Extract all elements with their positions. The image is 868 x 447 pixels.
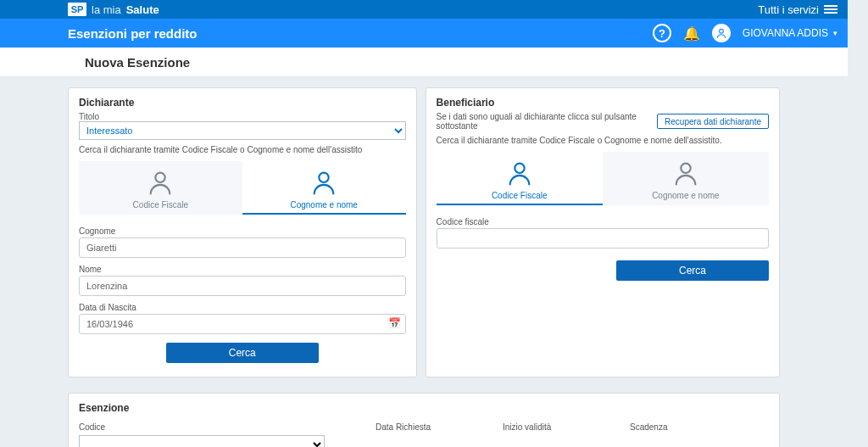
tab-cognome-nome-beneficiario[interactable]: Cognome e nome <box>603 152 769 205</box>
panel-esenzione: Esenzione Codice Data Richiesta Inizio v… <box>68 393 780 447</box>
inizio-validita-label: Inizio validità <box>503 422 579 432</box>
beneficiario-same-hint: Se i dati sono uguali al dichiarante cli… <box>437 112 654 131</box>
user-menu[interactable]: GIOVANNA ADDIS ▾ <box>743 27 837 39</box>
chevron-down-icon: ▾ <box>833 29 837 37</box>
beneficiario-heading: Beneficiario <box>437 97 769 109</box>
data-richiesta-label: Data Richiesta <box>376 422 452 432</box>
tab-codice-fiscale-beneficiario[interactable]: Codice Fiscale <box>437 152 603 205</box>
svg-point-2 <box>320 173 329 182</box>
recupera-dati-button[interactable]: Recupera dati dichiarante <box>657 114 769 129</box>
beneficiario-search-hint: Cerca il dichiarante tramite Codice Fisc… <box>437 136 769 145</box>
panel-dichiarante: Dichiarante Titolo Interessato Cerca il … <box>68 87 417 377</box>
dichiarante-search-hint: Cerca il dichiarante tramite Codice Fisc… <box>79 145 406 154</box>
person-icon <box>146 168 175 197</box>
person-icon <box>309 168 338 197</box>
titolo-select[interactable]: Interessato <box>79 121 406 140</box>
brand-text-2: Salute <box>126 3 159 16</box>
data-nascita-label: Data di Nascita <box>79 303 406 312</box>
codice-fiscale-input[interactable] <box>437 228 769 249</box>
titolo-label: Titolo <box>79 112 406 121</box>
cognome-label: Cognome <box>79 226 406 236</box>
codice-fiscale-label: Codice fiscale <box>437 217 769 226</box>
data-nascita-input[interactable] <box>79 314 406 334</box>
brand: SP la mia Salute <box>68 3 159 16</box>
esenzione-heading: Esenzione <box>79 402 769 414</box>
help-icon[interactable]: ? <box>653 24 671 42</box>
brand-logo: SP <box>68 3 86 16</box>
scadenza-label: Scadenza <box>630 422 706 432</box>
all-services-label: Tutti i servizi <box>758 3 819 16</box>
cognome-input[interactable] <box>79 237 406 258</box>
user-avatar-icon[interactable] <box>712 24 731 42</box>
dichiarante-heading: Dichiarante <box>79 97 406 109</box>
svg-point-1 <box>156 173 165 182</box>
brand-text-1: la mia <box>92 3 121 16</box>
cerca-dichiarante-button[interactable]: Cerca <box>166 343 319 363</box>
nome-input[interactable] <box>79 276 406 296</box>
person-icon <box>671 159 700 187</box>
user-name-label: GIOVANNA ADDIS <box>743 27 828 39</box>
nome-label: Nome <box>79 265 406 274</box>
menu-icon <box>824 3 837 15</box>
codice-label: Codice <box>79 422 325 432</box>
notifications-icon[interactable]: 🔔 <box>683 25 700 42</box>
page-title: Nuova Esenzione <box>85 55 190 70</box>
tab-codice-fiscale-dichiarante[interactable]: Codice Fiscale <box>79 161 242 215</box>
svg-point-0 <box>720 29 724 33</box>
svg-point-3 <box>515 164 524 173</box>
person-icon <box>505 159 534 187</box>
all-services-link[interactable]: Tutti i servizi <box>758 3 837 16</box>
app-title: Esenzioni per reddito <box>68 26 198 41</box>
codice-select[interactable] <box>79 435 325 447</box>
tab-cognome-nome-dichiarante[interactable]: Cognome e nome <box>242 161 406 215</box>
cerca-beneficiario-button[interactable]: Cerca <box>616 260 769 281</box>
svg-point-4 <box>681 164 690 173</box>
panel-beneficiario: Beneficiario Se i dati sono uguali al di… <box>426 87 780 377</box>
